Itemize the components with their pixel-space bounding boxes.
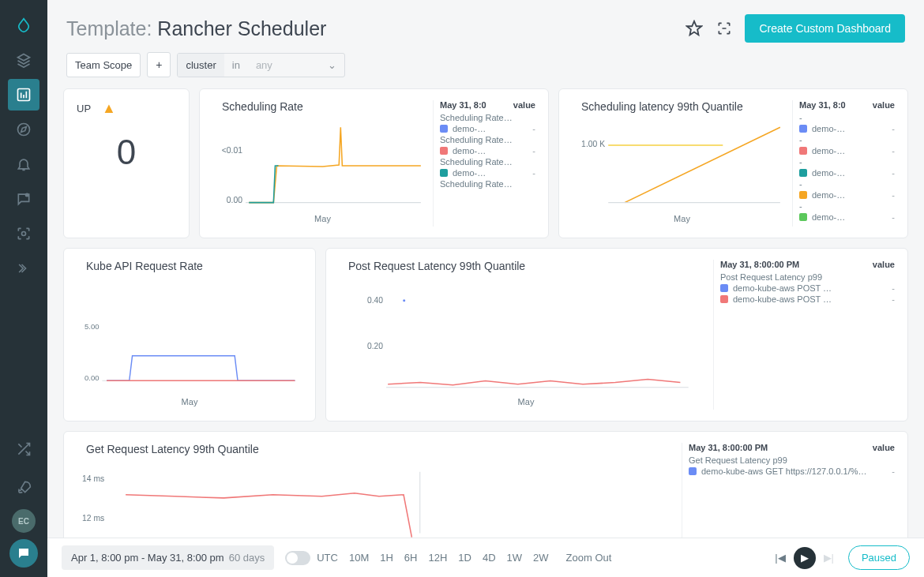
timebar: Apr 1, 8:00 pm - May 31, 8:00 pm60 days … <box>47 538 924 577</box>
range-6H[interactable]: 6H <box>404 552 418 564</box>
warning-icon: ▲ <box>102 100 116 117</box>
range-12H[interactable]: 12H <box>428 552 447 564</box>
sidebar-layers[interactable] <box>8 44 39 76</box>
range-4D[interactable]: 4D <box>483 552 496 564</box>
scan-icon[interactable] <box>715 19 734 38</box>
avatar[interactable]: EC <box>12 509 36 533</box>
svg-text:14 ms: 14 ms <box>82 474 104 483</box>
legend-post-latency: May 31, 8:00:00 PMvalue Post Request Lat… <box>713 260 895 410</box>
paused-pill[interactable]: Paused <box>848 545 910 570</box>
quick-ranges: 10M1H6H12H1D4D1W2W <box>349 552 549 564</box>
range-1D[interactable]: 1D <box>458 552 471 564</box>
svg-text:<0.01: <0.01 <box>222 146 242 155</box>
sidebar-alerts[interactable] <box>8 148 39 180</box>
sidebar-collapse[interactable] <box>8 253 39 284</box>
svg-point-1 <box>18 124 30 136</box>
sidebar-events[interactable] <box>8 183 39 215</box>
range-1H[interactable]: 1H <box>380 552 393 564</box>
svg-text:1.00 K: 1.00 K <box>581 140 605 148</box>
range-1W[interactable]: 1W <box>507 552 523 564</box>
svg-point-17 <box>403 299 405 302</box>
card-up: UP▲ 0 <box>63 88 190 238</box>
scope-add[interactable]: + <box>147 52 171 77</box>
zoom-out[interactable]: Zoom Out <box>566 552 612 564</box>
header: Template: Rancher Scheduler Create Custo… <box>47 0 924 52</box>
svg-point-3 <box>22 232 26 236</box>
range-10M[interactable]: 10M <box>349 552 369 564</box>
svg-text:0.40: 0.40 <box>367 296 383 305</box>
utc-switch[interactable] <box>285 551 310 565</box>
card-kube-api: Kube API Request Rate 5.00 0.00 May <box>63 248 316 422</box>
legend-scheduling-rate: May 31, 8:0value Scheduling Rate…demo-…-… <box>433 100 535 227</box>
step-back-icon[interactable]: |◀ <box>775 552 785 564</box>
legend-get-latency: May 31, 8:00:00 PMvalue Get Request Late… <box>682 443 895 538</box>
play-button[interactable]: ▶ <box>794 547 816 569</box>
sidebar-rocket[interactable] <box>8 471 39 503</box>
svg-text:0.20: 0.20 <box>367 342 383 350</box>
sidebar-logo[interactable] <box>8 9 39 41</box>
up-title: UP <box>77 103 91 114</box>
star-icon[interactable] <box>685 19 704 38</box>
create-dashboard-button[interactable]: Create Custom Dashboard <box>745 14 905 43</box>
scope-row: Team Scope + cluster in any ⌄ <box>47 52 924 88</box>
range-2W[interactable]: 2W <box>533 552 549 564</box>
sidebar-dashboards[interactable] <box>8 79 39 111</box>
card-scheduling-latency: Scheduling latency 99th Quantile 1.00 K … <box>558 88 908 238</box>
card-post-latency: Post Request Latency 99th Quantile 0.40 … <box>325 248 908 422</box>
time-range[interactable]: Apr 1, 8:00 pm - May 31, 8:00 pm60 days <box>62 545 274 570</box>
sidebar: EC <box>0 0 47 577</box>
legend-scheduling-latency: May 31, 8:0value -demo-…--demo-…--demo-…… <box>792 100 895 227</box>
sidebar-shuffle[interactable] <box>8 433 39 465</box>
team-scope[interactable]: Team Scope <box>66 53 141 77</box>
sidebar-explore[interactable] <box>8 114 39 145</box>
page-title: Template: Rancher Scheduler <box>66 17 326 40</box>
svg-text:12 ms: 12 ms <box>82 514 104 523</box>
chevron-down-icon: ⌄ <box>320 54 344 77</box>
svg-text:0.00: 0.00 <box>227 196 242 204</box>
svg-text:0.00: 0.00 <box>85 373 100 382</box>
svg-point-2 <box>26 193 28 196</box>
svg-line-9 <box>625 127 780 202</box>
chat-button[interactable] <box>9 539 38 568</box>
sidebar-captures[interactable] <box>8 218 39 249</box>
cluster-filter[interactable]: cluster in any ⌄ <box>177 53 344 77</box>
card-scheduling-rate: Scheduling Rate <0.01 0.00 May May 31, 8… <box>199 88 549 238</box>
up-value: 0 <box>77 133 176 172</box>
step-forward-icon: ▶| <box>824 552 834 564</box>
svg-text:5.00: 5.00 <box>85 322 100 331</box>
card-get-latency: Get Request Latency 99th Quantile 14 ms … <box>63 431 908 549</box>
